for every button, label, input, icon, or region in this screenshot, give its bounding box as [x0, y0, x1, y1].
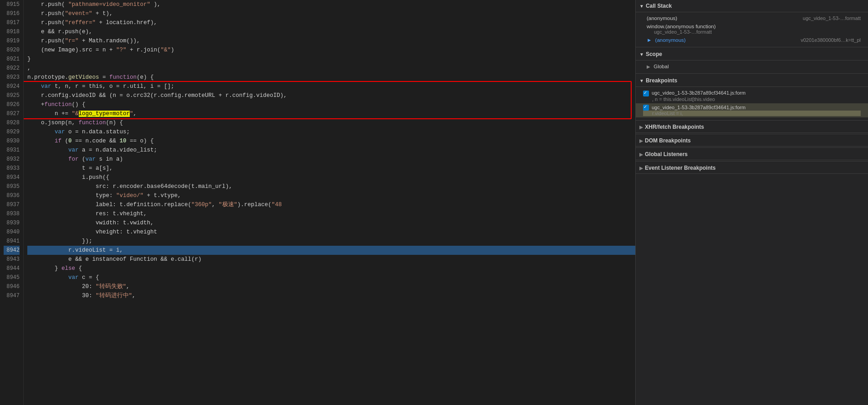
dom-breakpoints-title: DOM Breakpoints [645, 137, 691, 144]
active-stack-arrow: ► [647, 37, 654, 43]
event-listener-title: Event Listener Breakpoints [645, 165, 715, 171]
line-number-8940: 8940 [4, 228, 20, 237]
xhr-breakpoints-title: XHR/fetch Breakpoints [645, 124, 704, 130]
bp-checkbox-1[interactable] [643, 105, 649, 111]
call-stack-header[interactable]: ▼ Call Stack [636, 0, 868, 12]
code-line-8931: var a = n.data.video_list; [27, 146, 635, 155]
call-stack-fn-0: (anonymous) [647, 15, 720, 21]
code-panel: 8915891689178918891989208921892289238924… [0, 0, 636, 405]
line-number-8947: 8947 [4, 291, 20, 300]
call-stack-arrow-icon: ▼ [639, 4, 644, 9]
bp-checkbox-0[interactable] [643, 91, 649, 96]
line-number-8921: 8921 [4, 55, 20, 64]
line-number-8916: 8916 [4, 9, 20, 18]
breakpoint-item-0[interactable]: ugc_video_1-53-3b287a89cf34641.js:form, … [636, 89, 868, 103]
code-line-8924: var t, n, r = this, o = r.util, i = []; [27, 82, 635, 91]
line-number-8943: 8943 [4, 255, 20, 264]
scope-global-arrow: ▶ [647, 64, 650, 69]
code-line-8916: r.push("event=" + t), [27, 9, 635, 18]
code-line-8932: for (var s in a) [27, 155, 635, 164]
breakpoints-arrow-icon: ▼ [639, 78, 644, 83]
line-number-8944: 8944 [4, 264, 20, 273]
call-stack-file-1: ugc_video_1-53-…formatt [647, 29, 712, 35]
line-number-8915: 8915 [4, 0, 20, 9]
code-line-8923: n.prototype.getVideos = function(e) { [27, 73, 635, 82]
call-stack-content: (anonymous)ugc_video_1-53-…formattwindow… [636, 12, 868, 46]
code-line-8936: type: "video/" + t.vtype, [27, 191, 635, 200]
code-line-8922: , [27, 64, 635, 73]
code-line-8940: vheight: t.vheight [27, 228, 635, 237]
scope-arrow-icon: ▼ [639, 52, 644, 57]
event-listener-bp-header[interactable]: ▶ Event Listener Breakpoints [636, 162, 868, 174]
event-listener-arrow-icon: ▶ [639, 166, 643, 171]
line-number-8928: 8928 [4, 118, 20, 127]
code-line-8928: o.jsonp(n, function(n) { [27, 118, 635, 127]
line-number-8937: 8937 [4, 200, 20, 209]
line-number-8931: 8931 [4, 146, 20, 155]
line-number-8919: 8919 [4, 36, 20, 46]
line-number-8932: 8932 [4, 155, 20, 164]
breakpoints-header[interactable]: ▼ Breakpoints [636, 75, 868, 87]
code-line-8917: r.push("reffer=" + location.href), [27, 18, 635, 27]
right-panel: ▼ Call Stack (anonymous)ugc_video_1-53-…… [636, 0, 868, 405]
line-number-8917: 8917 [4, 18, 20, 27]
code-line-8946: 20: "转码失败", [27, 282, 635, 291]
code-line-8920: (new Image).src = n + "?" + r.join("&") [27, 46, 635, 55]
code-lines[interactable]: r.push( "pathname=video_monitor" ), r.pu… [24, 0, 635, 405]
line-number-8929: 8929 [4, 127, 20, 137]
line-number-8938: 8938 [4, 209, 20, 218]
line-number-8924: 8924 [4, 82, 20, 91]
scope-title: Scope [646, 51, 662, 57]
scope-global-label: Global [654, 64, 669, 69]
scope-header[interactable]: ▼ Scope [636, 48, 868, 61]
code-line-8930: if (0 == n.code && 10 == o) { [27, 137, 635, 146]
call-stack-item-0[interactable]: (anonymous)ugc_video_1-53-…formatt [636, 14, 868, 22]
line-number-8920: 8920 [4, 46, 20, 55]
bp-file-1: ugc_video_1-53-3b287a89cf34641.js:form [643, 105, 861, 111]
code-line-8941: }); [27, 237, 635, 246]
dom-breakpoints-header[interactable]: ▶ DOM Breakpoints [636, 135, 868, 147]
line-number-8935: 8935 [4, 182, 20, 191]
code-line-8921: } [27, 55, 635, 64]
scope-global-item[interactable]: ▶ Global [636, 62, 868, 71]
code-line-8927: n += "&logo_type=motor", [27, 109, 635, 118]
call-stack-item-2[interactable]: ► (anonymous)v0201e380000bf6…k=tt_pl [636, 36, 868, 44]
line-number-8927: 8927 [4, 109, 20, 118]
code-line-8937: label: t.definition.replace("360p", "极速"… [27, 200, 635, 209]
line-number-8934: 8934 [4, 173, 20, 182]
code-line-8925: r.config.videoID && (n = o.crc32(r.confi… [27, 91, 635, 100]
code-line-8934: i.push({ [27, 173, 635, 182]
code-line-8919: r.push("r=" + Math.random()), [27, 36, 635, 46]
scope-content: ▶ Global [636, 61, 868, 72]
line-number-8939: 8939 [4, 218, 20, 228]
dom-arrow-icon: ▶ [639, 138, 643, 143]
code-line-8944: } else { [27, 264, 635, 273]
code-line-8947: 30: "转码进行中", [27, 291, 635, 300]
global-listeners-title: Global Listeners [645, 151, 688, 157]
line-numbers: 8915891689178918891989208921892289238924… [0, 0, 24, 405]
breakpoint-item-1[interactable]: ugc_video_1-53-3b287a89cf34641.js:formr.… [636, 103, 868, 118]
code-line-8933: t = a[s], [27, 164, 635, 173]
call-stack-file-0: ugc_video_1-53-…formatt [803, 15, 861, 21]
line-number-8925: 8925 [4, 91, 20, 100]
code-line-8926: +function() { [27, 100, 635, 109]
bp-code-1: r.videoList = i, [643, 111, 861, 116]
bp-code-0: , n = this.videoList[this.video [643, 96, 861, 102]
code-line-8945: var c = { [27, 273, 635, 282]
code-line-8929: var o = n.data.status; [27, 127, 635, 137]
bp-file-0: ugc_video_1-53-3b287a89cf34641.js:form [643, 90, 861, 96]
line-number-8926: 8926 [4, 100, 20, 109]
xhr-arrow-icon: ▶ [639, 125, 643, 130]
code-line-8938: res: t.vheight, [27, 209, 635, 218]
xhr-breakpoints-header[interactable]: ▶ XHR/fetch Breakpoints [636, 122, 868, 133]
line-number-8930: 8930 [4, 137, 20, 146]
call-stack-file-2: v0201e380000bf6…k=tt_pl [801, 37, 861, 43]
line-number-8922: 8922 [4, 64, 20, 73]
line-number-8946: 8946 [4, 282, 20, 291]
breakpoints-content: ugc_video_1-53-3b287a89cf34641.js:form, … [636, 87, 868, 119]
call-stack-item-1[interactable]: window.(anonymous function)ugc_video_1-5… [636, 22, 868, 36]
global-listeners-header[interactable]: ▶ Global Listeners [636, 149, 868, 160]
line-number-8933: 8933 [4, 164, 20, 173]
code-line-8918: e && r.push(e), [27, 27, 635, 36]
line-number-8936: 8936 [4, 191, 20, 200]
